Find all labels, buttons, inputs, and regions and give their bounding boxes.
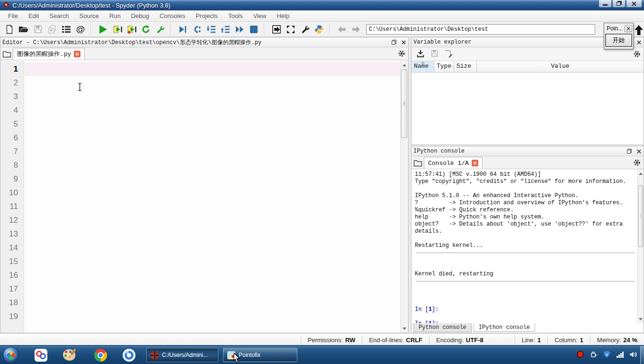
find-symbols-button[interactable]: @ [73,23,88,36]
start-button[interactable] [3,347,19,363]
save-button[interactable] [31,23,45,36]
step-into-button[interactable] [204,23,218,36]
new-file-button[interactable] [2,23,17,36]
titlebar: C:/Users/Administrator/Desktop/test - Sp… [0,0,644,10]
pointofix-start-button[interactable]: 开始 [605,34,632,47]
save-data-as-button[interactable] [444,49,453,59]
save-icon [34,25,43,34]
python-path-button[interactable] [312,23,326,36]
line-number: 15 [0,255,18,268]
scroll-up-arrow[interactable] [638,170,644,177]
scroll-down-arrow[interactable] [638,315,644,323]
editor-close-button[interactable] [400,39,407,46]
menu-item[interactable]: Consoles [154,11,190,21]
console-tab[interactable]: Console 1/A [424,157,483,169]
fullscreen-button[interactable] [284,23,298,36]
close-button[interactable] [626,0,642,8]
debug-file-button[interactable] [176,23,190,36]
line-number: 11 [0,200,18,213]
taskbar-pinned-app-1[interactable] [34,348,47,362]
console-line [415,299,636,306]
console-options-button[interactable] [633,158,641,167]
pointofix-hide-arrow-icon[interactable] [634,25,644,37]
menu-item[interactable]: Edit [23,11,44,21]
variable-explorer-pane: Variable explorer NameTypeSizeValue [411,37,644,145]
run-cell-advance-button[interactable] [125,23,139,36]
minimize-button[interactable] [599,0,612,8]
menu-item[interactable]: Source [74,11,104,21]
taskbar-chrome[interactable] [94,348,107,362]
menu-item[interactable]: Search [44,11,74,21]
editor-options-button[interactable] [397,49,406,58]
forward-button[interactable] [349,23,363,36]
show-desktop-button[interactable] [640,346,644,364]
console-kind-tab[interactable]: IPython console [474,323,535,332]
menu-item[interactable]: File [3,11,23,21]
taskbar-pinned-paint-app[interactable] [63,348,76,362]
working-directory-input[interactable] [366,24,595,35]
taskbar-button-spyder[interactable]: C:/Users/Admini... [146,348,218,362]
power-plug-tray-icon[interactable] [590,350,598,358]
back-button[interactable] [335,23,349,36]
column-header[interactable]: Type [434,61,454,72]
column-header[interactable]: Size [454,61,477,72]
column-header[interactable]: Value [477,61,644,72]
restore-button[interactable] [612,0,626,8]
save-data-button[interactable] [430,49,438,59]
stop-debug-button[interactable] [247,23,261,36]
close-icon [636,149,642,154]
menu-item[interactable]: Debug [126,11,154,21]
editor-scrollbar-thumb[interactable] [401,69,407,138]
variable-table-body[interactable] [411,73,644,145]
variable-explorer-close-button[interactable] [635,39,642,46]
console-scrollbar[interactable] [637,169,644,323]
run-config-button[interactable] [153,23,167,36]
console-scrollbar-thumb[interactable] [638,185,643,247]
menu-item[interactable]: Run [104,11,126,21]
editor-scrollbar[interactable] [400,61,408,333]
import-data-button[interactable] [416,49,425,59]
column-header[interactable]: Name [411,61,434,72]
taskbar-quark-browser[interactable] [122,348,135,362]
statusbar-item: Encoding: UTF-8 [429,336,490,344]
save-all-button[interactable] [45,23,59,36]
save-session-button[interactable] [269,23,284,36]
security-shield-tray-icon[interactable] [603,350,611,358]
statusbar-item: Column: 1 [547,336,590,344]
rerun-cell-button[interactable] [139,23,153,36]
pointofix-close-button[interactable] [625,25,632,32]
console-kind-tab[interactable]: Python console [413,323,472,332]
debug-step-button[interactable] [190,23,204,36]
scroll-down-arrow[interactable] [401,325,408,332]
editor-float-button[interactable] [391,39,397,46]
recording-tray-icon[interactable] [576,350,584,358]
taskbar-button-label: C:/Users/Admini... [162,352,208,358]
open-file-button[interactable] [17,23,31,36]
console-line: Kernel died, restarting [415,271,636,278]
volume-tray-icon[interactable] [629,350,637,358]
continue-button[interactable] [233,23,247,36]
network-tray-icon[interactable] [616,350,624,358]
console-line [415,235,636,242]
menu-item[interactable]: Help [271,11,295,21]
scroll-up-arrow[interactable] [401,61,408,69]
browse-consoles-button[interactable] [411,157,424,169]
code-editor[interactable]: 12345678910111213141516171819 [0,61,408,333]
variable-explorer-options-button[interactable] [633,50,641,58]
outline-explorer-button[interactable] [59,23,73,36]
editor-file-tab[interactable]: 图像的黑帽操作.py [13,48,85,60]
run-cell-button[interactable] [110,23,125,36]
tab-close-button[interactable] [74,51,80,57]
browse-tabs-button[interactable] [0,48,13,60]
step-return-button[interactable] [218,23,233,36]
console-close-button[interactable] [635,148,642,155]
console-output-area[interactable]: 11:57:41) [MSC v.1900 64 bit (AMD64)]Typ… [411,169,644,323]
preferences-button[interactable] [298,23,312,36]
console-float-button[interactable] [626,148,633,155]
console-tab-close-button[interactable] [472,160,478,166]
menu-item[interactable]: Tools [223,11,248,21]
menu-item[interactable]: Projects [190,11,223,21]
menu-item[interactable]: View [248,11,271,21]
run-file-button[interactable] [96,23,110,36]
pointofix-titlebar[interactable]: Poin... [604,23,633,34]
